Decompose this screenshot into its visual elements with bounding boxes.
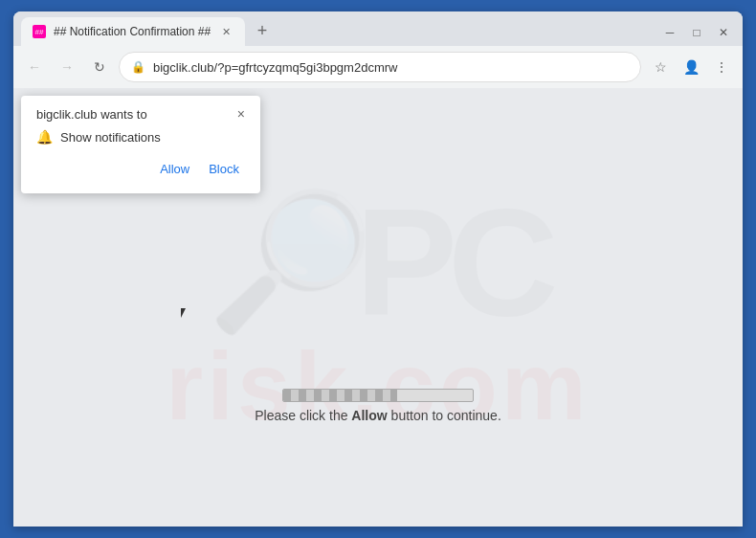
allow-button[interactable]: Allow	[154, 158, 195, 180]
title-bar: ## ## Notification Confirmation ## ✕ + ─…	[13, 11, 743, 46]
block-button[interactable]: Block	[203, 158, 245, 180]
refresh-button[interactable]: ↻	[86, 54, 113, 80]
progress-area	[282, 389, 474, 402]
minimize-button[interactable]: ─	[662, 25, 678, 40]
browser-window: ## ## Notification Confirmation ## ✕ + ─…	[13, 11, 743, 527]
back-button[interactable]: ←	[21, 54, 48, 80]
account-button[interactable]: 👤	[678, 54, 704, 80]
watermark-pc-text: PC	[355, 174, 548, 350]
toolbar-actions: ☆ 👤 ⋮	[647, 54, 735, 80]
toolbar: ← → ↻ 🔒 bigclik.club/?p=gfrtcyzqmq5gi3bp…	[13, 46, 743, 88]
watermark-risk-text: risk.com	[166, 331, 589, 441]
tab-favicon: ##	[33, 25, 46, 38]
forward-button[interactable]: →	[54, 54, 80, 80]
popup-close-button[interactable]: ×	[237, 107, 245, 121]
popup-notification-row: 🔔 Show notifications	[36, 129, 245, 145]
popup-header: bigclik.club wants to ×	[36, 107, 245, 122]
url-text: bigclik.club/?p=gfrtcyzqmq5gi3bpgm2dcmrw	[153, 60, 629, 75]
bell-icon: 🔔	[36, 129, 53, 145]
new-tab-button[interactable]: +	[249, 17, 276, 44]
lock-icon: 🔒	[131, 60, 145, 74]
cursor	[181, 308, 192, 325]
active-tab[interactable]: ## ## Notification Confirmation ## ✕	[21, 17, 245, 46]
progress-bar	[282, 389, 474, 402]
instruction-before: Please click the	[255, 408, 351, 423]
bookmark-button[interactable]: ☆	[647, 54, 674, 80]
page-instruction-text: Please click the Allow button to continu…	[255, 408, 501, 423]
progress-fill	[283, 390, 397, 401]
window-close-button[interactable]: ✕	[716, 25, 731, 40]
tab-close-button[interactable]: ✕	[218, 24, 233, 39]
instruction-after: button to continue.	[388, 408, 501, 423]
instruction-allow: Allow	[351, 408, 387, 423]
page-content: 🔍 PC risk.com bigclik.club wants to × 🔔 …	[13, 88, 743, 527]
popup-actions: Allow Block	[36, 158, 245, 180]
notification-label: Show notifications	[60, 130, 161, 145]
window-controls: ─ □ ✕	[662, 25, 735, 46]
notification-popup: bigclik.club wants to × 🔔 Show notificat…	[21, 96, 260, 193]
tab-title: ## Notification Confirmation ##	[54, 25, 211, 38]
restore-button[interactable]: □	[689, 25, 704, 40]
menu-button[interactable]: ⋮	[708, 54, 735, 80]
address-bar[interactable]: 🔒 bigclik.club/?p=gfrtcyzqmq5gi3bpgm2dcm…	[119, 52, 641, 82]
watermark-magnifier-icon: 🔍	[207, 183, 374, 341]
watermark-logo: 🔍 PC	[207, 174, 548, 350]
popup-title: bigclik.club wants to	[36, 107, 147, 122]
